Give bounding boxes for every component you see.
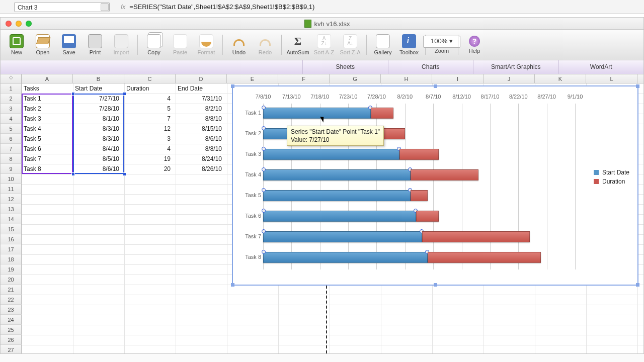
cell[interactable]: Start Date [73,83,121,94]
row-header[interactable]: 13 [1,204,22,214]
row-header[interactable]: 21 [1,285,22,295]
cell[interactable]: 8/24/10 [176,154,224,164]
column-header[interactable]: F [278,74,330,83]
help-button[interactable]: ?Help [462,36,487,54]
row-header[interactable]: 11 [1,184,22,194]
chart-bar-row[interactable]: Task 6 [263,207,575,227]
chart-bar-row[interactable]: Task 8 [263,248,575,268]
chart-handle[interactable] [434,84,437,88]
column-header[interactable]: B [73,74,124,83]
row-header[interactable]: 3 [1,104,22,114]
name-box[interactable]: Chart 3 [14,2,110,12]
cell[interactable]: 19 [124,154,173,164]
cell[interactable]: Duration [124,83,173,94]
column-header[interactable]: H [381,74,432,83]
tab-charts[interactable]: Charts [388,60,473,74]
gallery-button[interactable]: Gallery [371,34,395,55]
selection-handle[interactable] [71,92,75,96]
minimize-icon[interactable] [16,21,22,27]
row-header[interactable]: 23 [1,305,22,315]
chart-handle[interactable] [636,84,639,88]
save-button[interactable]: Save [57,34,81,55]
cell[interactable]: 5 [124,104,173,114]
cell[interactable]: 8/8/10 [176,114,224,124]
chart-handle[interactable] [434,283,437,287]
row-header[interactable]: 27 [1,345,22,354]
chart-bar-duration[interactable] [399,149,439,160]
cell[interactable]: 7/28/10 [73,104,121,114]
close-icon[interactable] [6,21,12,27]
column-header[interactable]: D [176,74,227,83]
new-button[interactable]: New [5,34,29,55]
cell[interactable]: 12 [124,124,173,134]
cell[interactable]: Task 3 [22,114,70,124]
cell[interactable]: 8/6/10 [176,134,224,144]
chart-legend[interactable]: Start Date Duration [594,167,629,187]
chart-bar-start-date[interactable] [263,149,399,160]
toolbox-button[interactable]: Toolbox [397,34,421,55]
selection-handle[interactable] [123,172,126,176]
select-all-corner[interactable]: ◇ [1,74,22,83]
copy-button[interactable]: Copy [142,34,166,55]
chart-bar-duration[interactable] [428,252,541,263]
open-button[interactable]: Open [31,34,55,55]
cell[interactable]: 8/15/10 [176,124,224,134]
cell[interactable]: Task 6 [22,144,70,154]
row-header[interactable]: 12 [1,194,22,204]
cell[interactable]: 8/6/10 [73,164,121,174]
worksheet[interactable]: ◇ ABCDEFGHIJKL 1234567891011121314151617… [0,74,644,354]
column-header[interactable]: E [227,74,278,83]
selection-handle[interactable] [123,92,126,96]
row-header[interactable]: 14 [1,214,22,224]
row-header[interactable]: 17 [1,244,22,254]
tab-wordart[interactable]: WordArt [558,60,644,74]
column-header[interactable]: C [124,74,176,83]
row-header[interactable]: 10 [1,174,22,184]
chart-bar-start-date[interactable] [263,169,411,180]
column-header[interactable]: I [432,74,484,83]
row-header[interactable]: 5 [1,124,22,134]
chart-object[interactable]: 7/8/107/13/107/18/107/23/107/28/108/2/10… [232,85,638,286]
cell[interactable]: 8/3/10 [73,124,121,134]
chart-bar-start-date[interactable] [263,252,428,263]
cell[interactable]: 7/27/10 [73,94,121,104]
chart-bar-duration[interactable] [371,108,393,119]
row-header[interactable]: 26 [1,335,22,345]
cell[interactable]: 8/5/10 [73,154,121,164]
cell[interactable]: Tasks [22,83,70,94]
cell[interactable]: 4 [124,94,173,104]
chart-bar-row[interactable]: Task 3 [263,145,575,165]
row-header[interactable]: 2 [1,94,22,104]
row-header[interactable]: 9 [1,164,22,174]
selection-handle[interactable] [71,172,75,176]
cell[interactable]: Task 1 [22,94,70,104]
row-header[interactable]: 20 [1,275,22,285]
fx-icon[interactable]: fx [121,4,125,11]
row-header[interactable]: 22 [1,295,22,305]
row-header[interactable]: 7 [1,144,22,154]
name-box-stepper-icon[interactable] [101,3,109,11]
cell[interactable]: 8/26/10 [176,164,224,174]
row-header[interactable]: 16 [1,234,22,244]
row-header[interactable]: 24 [1,315,22,325]
tab-smartart[interactable]: SmartArt Graphics [473,60,558,74]
cell[interactable]: 7/31/10 [176,94,224,104]
column-headers[interactable]: ABCDEFGHIJKL [22,74,643,83]
row-header[interactable]: 8 [1,154,22,164]
chart-bar-start-date[interactable] [263,190,411,201]
cell[interactable]: Task 5 [22,134,70,144]
chart-bar-row[interactable]: Task 5 [263,186,575,207]
formula-bar[interactable]: =SERIES("Start Date",Sheet1!$A$2:$A$9,Sh… [129,3,314,11]
column-header[interactable]: G [330,74,381,83]
cell[interactable]: 8/8/10 [176,144,224,154]
cell[interactable]: Task 7 [22,154,70,164]
chart-handle[interactable] [636,283,639,287]
cell[interactable]: 8/3/10 [73,134,121,144]
cell[interactable]: 8/4/10 [73,144,121,154]
chart-bar-duration[interactable] [422,231,530,242]
cell[interactable]: Task 4 [22,124,70,134]
cell[interactable]: End Date [176,83,224,94]
chart-bar-row[interactable]: Task 1 [263,104,575,124]
chart-bar-start-date[interactable] [263,231,422,242]
row-header[interactable]: 6 [1,134,22,144]
